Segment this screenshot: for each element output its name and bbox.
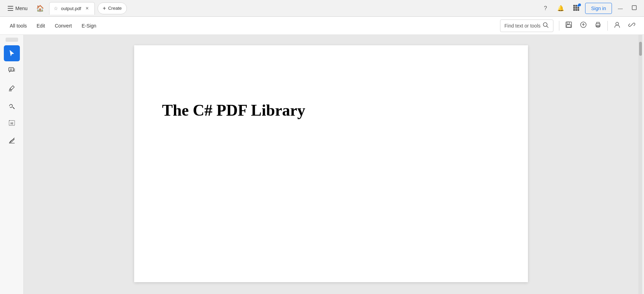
svg-rect-14 [567, 25, 571, 27]
svg-rect-6 [573, 9, 575, 11]
save-button[interactable] [562, 19, 575, 32]
tab-star-icon: ☆ [54, 6, 58, 11]
minimize-icon: — [618, 6, 623, 11]
highlight-tool-button[interactable] [4, 80, 20, 96]
pen-icon [8, 137, 16, 144]
create-button[interactable]: + Create [98, 2, 127, 14]
create-plus-icon: + [103, 5, 106, 11]
pdf-title: The C# PDF Library [162, 101, 507, 119]
right-scrollbar[interactable] [639, 35, 642, 294]
upload-button[interactable] [577, 19, 590, 32]
print-icon [595, 21, 601, 30]
svg-rect-0 [573, 5, 575, 7]
find-tools-text: Find text or tools [505, 23, 541, 29]
link-button[interactable] [625, 19, 638, 32]
apps-notification-dot [578, 3, 581, 6]
pdf-tab[interactable]: ☆ output.pdf ✕ [49, 2, 95, 15]
svg-point-19 [599, 24, 600, 25]
save-icon [565, 21, 572, 30]
main-area: AI The C# PDF Library [0, 35, 644, 294]
search-icon [543, 22, 549, 30]
highlight-icon [8, 84, 16, 92]
toolbar-right: Find text or tools [500, 19, 639, 32]
notifications-button[interactable]: 🔔 [554, 2, 567, 15]
user-icon [614, 21, 621, 30]
edit-button[interactable]: Edit [32, 20, 49, 31]
svg-rect-3 [573, 7, 575, 9]
svg-line-29 [13, 107, 14, 109]
find-tools-container[interactable]: Find text or tools [500, 20, 554, 32]
convert-button[interactable]: Convert [51, 20, 76, 31]
text-select-tool-button[interactable]: AI [4, 115, 20, 131]
svg-rect-7 [575, 9, 577, 11]
svg-rect-5 [577, 7, 579, 9]
svg-text:AI: AI [10, 122, 13, 125]
tab-close-button[interactable]: ✕ [84, 5, 90, 11]
tab-bar: ☆ output.pdf ✕ + Create [49, 2, 536, 15]
apps-button[interactable] [570, 2, 582, 15]
hamburger-icon [8, 6, 13, 11]
help-button[interactable]: ? [539, 2, 552, 15]
text-select-icon: AI [8, 119, 16, 127]
pdf-viewer-area[interactable]: The C# PDF Library [24, 35, 638, 294]
comment-tool-button[interactable] [4, 63, 20, 79]
browser-chrome: Menu 🏠 ☆ output.pdf ✕ + Create ? 🔔 [0, 0, 644, 17]
menu-label: Menu [15, 6, 28, 11]
toolbar-divider-1 [559, 21, 559, 31]
right-panel [638, 35, 644, 294]
browser-right-controls: ? 🔔 Sign in — [539, 2, 640, 15]
print-button[interactable] [591, 19, 605, 32]
help-icon: ? [544, 5, 547, 11]
scrollbar-thumb[interactable] [639, 42, 642, 56]
user-button[interactable] [611, 19, 624, 32]
sign-in-button[interactable]: Sign in [585, 3, 612, 14]
svg-rect-1 [575, 5, 577, 7]
bell-icon: 🔔 [557, 5, 564, 11]
app-toolbar: All tools Edit Convert E-Sign Find text … [0, 17, 644, 35]
sidebar-scroll-indicator [6, 38, 18, 42]
svg-rect-4 [575, 7, 577, 9]
pdf-page: The C# PDF Library [134, 45, 528, 282]
cursor-icon [8, 49, 16, 57]
create-label: Create [108, 6, 122, 11]
draw-tool-button[interactable] [4, 98, 20, 114]
svg-rect-8 [577, 9, 579, 11]
link-icon [628, 21, 635, 30]
svg-line-11 [547, 26, 549, 28]
toolbar-divider-2 [607, 21, 608, 31]
svg-rect-13 [567, 22, 569, 24]
all-tools-button[interactable]: All tools [6, 20, 31, 31]
tab-title: output.pdf [61, 6, 81, 11]
upload-icon [580, 21, 587, 30]
svg-rect-21 [9, 68, 14, 71]
maximize-button[interactable] [629, 3, 640, 14]
pen-tool-button[interactable] [4, 132, 20, 148]
draw-icon [8, 102, 16, 109]
comment-icon [8, 67, 16, 75]
maximize-icon [632, 5, 637, 11]
cursor-tool-button[interactable] [4, 45, 20, 61]
minimize-button[interactable]: — [615, 3, 626, 14]
svg-rect-9 [632, 6, 636, 10]
menu-button[interactable]: Menu [4, 3, 31, 13]
left-sidebar: AI [0, 35, 24, 294]
esign-button[interactable]: E-Sign [77, 20, 100, 31]
svg-point-20 [616, 22, 619, 25]
home-button[interactable]: 🏠 [34, 2, 46, 15]
